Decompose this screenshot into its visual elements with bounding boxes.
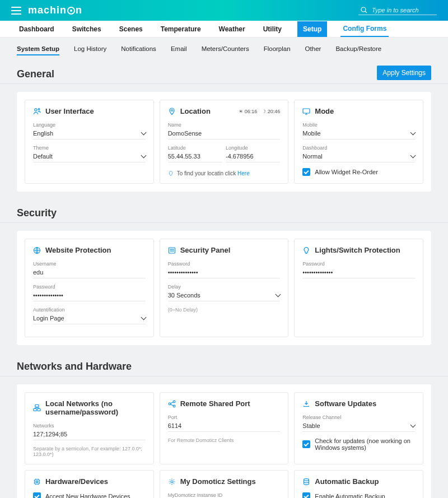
svg-rect-15 <box>38 409 40 411</box>
sub-tabs: System Setup Log History Notifications E… <box>0 38 448 61</box>
name-label: Name <box>168 122 281 128</box>
panel-security: Website Protection Usernameedu Password•… <box>17 231 431 345</box>
section-security-head: Security <box>0 203 448 223</box>
tab-dashboard[interactable]: Dashboard <box>17 22 57 36</box>
name-field[interactable]: DomoSense <box>168 129 281 139</box>
section-title-net: Networks and Hardware <box>17 361 132 373</box>
subtab-other[interactable]: Other <box>305 45 321 55</box>
lon-label: Longitude <box>226 145 280 151</box>
password-field[interactable]: •••••••••••••• <box>302 268 415 278</box>
search-input[interactable] <box>372 7 435 13</box>
card-security-panel: Security Panel Password•••••••••••••• De… <box>160 239 289 337</box>
mobile-select[interactable]: Mobile <box>302 129 415 139</box>
theme-select[interactable]: Default <box>33 152 146 162</box>
monitor-icon <box>302 108 310 115</box>
tab-setup[interactable]: Setup <box>297 21 327 37</box>
card-mode: Mode MobileMobile DashboardNormal Allow … <box>294 100 423 184</box>
panel-general: User Interface LanguageEnglish ThemeDefa… <box>17 92 431 192</box>
section-title-security: Security <box>17 207 57 219</box>
channel-select[interactable]: Stable <box>302 421 415 432</box>
panel-net: Local Networks (no username/password) Ne… <box>17 384 431 498</box>
lon-field[interactable]: -4.678956 <box>226 152 280 162</box>
svg-point-3 <box>171 109 172 111</box>
delay-label: Delay <box>168 284 281 290</box>
card-backup: Automatic Backup Enable Automatic Backup <box>294 470 423 498</box>
dashboard-select[interactable]: Normal <box>302 152 415 162</box>
auth-label: Autentification <box>33 307 146 313</box>
check-updates-checkbox[interactable]: Check for updates (noe working on Window… <box>302 438 415 451</box>
tab-weather[interactable]: Weather <box>217 22 248 36</box>
port-label: Port <box>168 415 281 420</box>
card-title: Hardware/Devices <box>45 477 108 486</box>
username-field[interactable]: edu <box>33 268 146 278</box>
download-icon <box>302 400 310 408</box>
location-here-link[interactable]: Here <box>237 170 250 176</box>
card-location: Location ☀ 06:16☽ 20:46 NameDomoSense La… <box>160 100 289 184</box>
card-title: Software Updates <box>315 399 376 408</box>
accept-hw-checkbox[interactable]: Accept New Hardware Devices <box>33 492 146 498</box>
user-icon <box>33 108 41 115</box>
password-field[interactable]: •••••••••••••• <box>168 268 281 278</box>
card-domoticz: My Domoticz Settings MyDomoticz Instanse… <box>160 470 289 498</box>
tab-switches[interactable]: Switches <box>70 22 104 36</box>
delay-select[interactable]: 30 Seconds <box>168 291 281 301</box>
search-box[interactable] <box>358 6 437 15</box>
svg-point-22 <box>304 478 309 481</box>
svg-point-18 <box>173 405 175 407</box>
tab-temperature[interactable]: Temperature <box>158 22 203 36</box>
card-web-protection: Website Protection Usernameedu Password•… <box>25 239 154 337</box>
apply-settings-button[interactable]: Apply Settings <box>377 66 431 80</box>
main-tabs: Dashboard Switches Scenes Temperature We… <box>0 21 448 38</box>
globe-icon <box>33 246 41 254</box>
auth-select[interactable]: Login Page <box>33 314 146 324</box>
location-hint: To find your locatin click Here <box>177 170 250 176</box>
tab-utility[interactable]: Utility <box>261 22 284 36</box>
sunset-time: ☽ 20:46 <box>262 109 280 114</box>
card-title: User Interface <box>45 107 94 115</box>
subtab-system-setup[interactable]: System Setup <box>17 45 59 55</box>
networks-label: Networks <box>33 423 146 429</box>
language-select[interactable]: English <box>33 129 146 139</box>
dashboard-label: Dashboard <box>302 145 415 151</box>
username-label: Username <box>33 261 146 267</box>
keypad-icon <box>168 246 176 254</box>
svg-point-1 <box>35 108 37 110</box>
tab-config-forms[interactable]: Config Forms <box>340 21 389 37</box>
bulb-icon <box>302 246 310 254</box>
reorder-checkbox[interactable]: Allow Widget Re-Order <box>302 168 415 176</box>
card-title: Location <box>180 107 211 115</box>
chip-icon <box>33 478 41 486</box>
subtab-email[interactable]: Email <box>171 45 187 55</box>
tab-scenes[interactable]: Scenes <box>117 22 145 36</box>
subtab-notifications[interactable]: Notifications <box>121 45 156 55</box>
card-local-net: Local Networks (no username/password) Ne… <box>25 392 154 464</box>
svg-point-17 <box>173 401 175 403</box>
enable-backup-checkbox[interactable]: Enable Automatic Backup <box>302 492 415 498</box>
svg-rect-13 <box>35 405 39 407</box>
networks-hint: Separate by a semicolon, For example: 12… <box>33 446 146 457</box>
password-field[interactable]: •••••••••••••• <box>33 291 146 301</box>
menu-icon[interactable] <box>11 7 21 15</box>
theme-label: Theme <box>33 145 146 151</box>
dom-id-label: MyDomoticz Instanse ID <box>168 492 281 498</box>
subtab-log-history[interactable]: Log History <box>74 45 106 55</box>
card-title: Mode <box>315 107 334 115</box>
svg-rect-19 <box>35 480 39 484</box>
svg-rect-14 <box>34 409 36 411</box>
svg-rect-4 <box>303 109 310 113</box>
subtab-meters[interactable]: Meters/Counters <box>202 45 249 55</box>
svg-point-21 <box>171 481 173 483</box>
sunrise-time: ☀ 06:16 <box>239 109 257 114</box>
gear-icon <box>168 478 176 486</box>
subtab-floorplan[interactable]: Floorplan <box>264 45 291 55</box>
card-updates: Software Updates Release ChannelStable C… <box>294 392 423 464</box>
subtab-backup[interactable]: Backup/Restore <box>335 45 381 55</box>
svg-point-8 <box>171 249 172 249</box>
networks-field[interactable]: 127;1294;85 <box>33 430 146 440</box>
lat-field[interactable]: 55.44.55.33 <box>168 152 222 162</box>
app-header: machinn <box>0 0 448 21</box>
port-field[interactable]: 6114 <box>168 421 281 432</box>
card-title: Website Protection <box>45 246 111 254</box>
card-ui: User Interface LanguageEnglish ThemeDefa… <box>25 100 154 184</box>
svg-point-11 <box>171 250 172 251</box>
